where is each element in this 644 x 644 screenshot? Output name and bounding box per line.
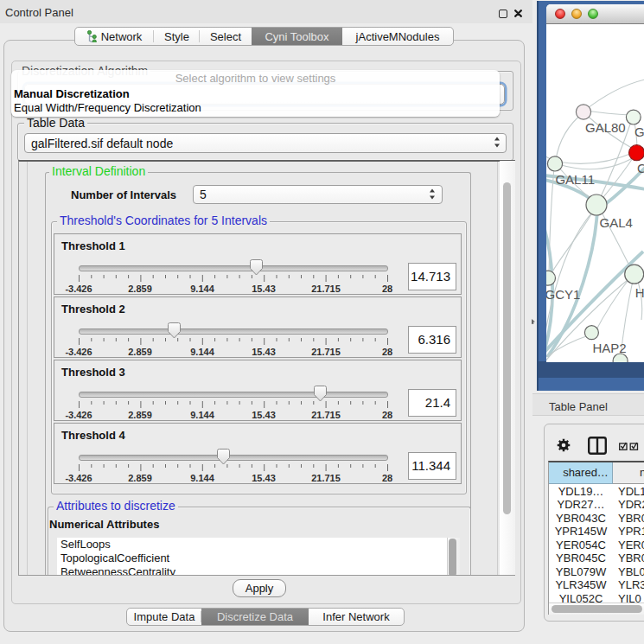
- svg-text:GCY1: GCY1: [546, 287, 580, 302]
- svg-text:GAL4: GAL4: [600, 215, 633, 230]
- svg-text:HAP2: HAP2: [592, 341, 626, 355]
- svg-text:GA: GA: [634, 124, 644, 139]
- svg-text:GAL80: GAL80: [585, 120, 626, 135]
- svg-text:CY: CY: [637, 161, 644, 175]
- svg-text:HA: HA: [635, 285, 644, 300]
- svg-text:GAL11: GAL11: [555, 172, 595, 187]
